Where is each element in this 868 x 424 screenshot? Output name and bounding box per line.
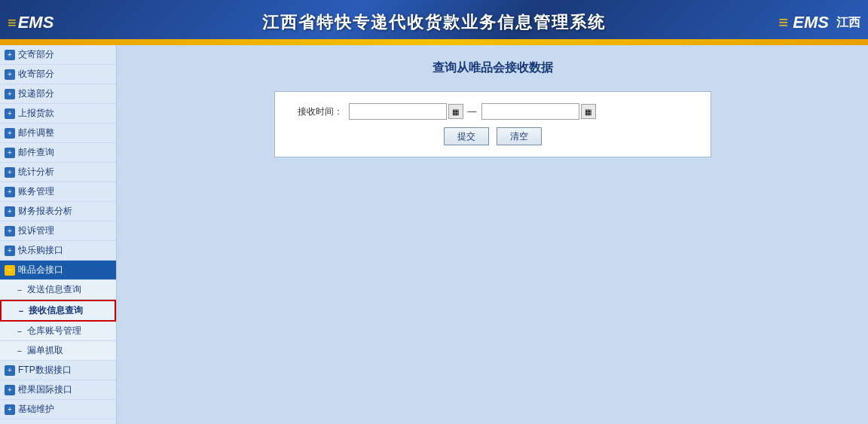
- bullet-jichu: +: [5, 404, 15, 415]
- bullet-toudi: +: [5, 89, 15, 99]
- bullet-youjiantiaoz: +: [5, 128, 15, 139]
- sidebar-item-jichu[interactable]: + 基础维护: [0, 400, 116, 419]
- sub-bullet-loudan: −: [15, 346, 24, 355]
- sidebar-label-youjianchaxun: 邮件查询: [18, 146, 54, 159]
- sidebar-item-caiwu[interactable]: + 财务报表分析: [0, 202, 116, 221]
- sidebar-item-tousu[interactable]: + 投诉管理: [0, 221, 116, 241]
- sidebar-label-jieshou: 接收信息查询: [29, 304, 83, 317]
- form-buttons: 提交 清空: [290, 127, 695, 145]
- sidebar-item-tuichu[interactable]: + 退出系统: [0, 419, 116, 424]
- sidebar-label-shougou: 收寄部分: [18, 68, 54, 81]
- end-time-input[interactable]: [481, 103, 579, 120]
- region-text: 江西: [836, 15, 860, 31]
- sidebar-item-pinguo[interactable]: + 橙果国际接口: [0, 380, 116, 400]
- sidebar-label-youjiantiaoz: 邮件调整: [18, 127, 54, 139]
- separator: —: [468, 106, 477, 117]
- sidebar-label-tousu: 投诉管理: [18, 224, 54, 237]
- sidebar-label-pinguo: 橙果国际接口: [18, 383, 72, 396]
- ems-logo-left: ≡ EMS: [8, 13, 53, 32]
- sidebar-item-youjianchaxun[interactable]: + 邮件查询: [0, 143, 116, 163]
- sidebar-item-jieshou[interactable]: − 接收信息查询: [0, 300, 116, 322]
- sidebar-item-shangbao[interactable]: + 上报货款: [0, 104, 116, 124]
- sidebar-label-tongji: 统计分析: [18, 166, 54, 178]
- bullet-kuaile: +: [5, 246, 15, 256]
- sidebar-item-loudan[interactable]: − 漏单抓取: [0, 341, 116, 361]
- main-layout: + 交寄部分 + 收寄部分 + 投递部分 + 上报货款 + 邮件调整 + 邮件查…: [0, 45, 868, 424]
- sidebar-label-weipin: 唯品会接口: [18, 264, 63, 276]
- header-title: 江西省特快专递代收货款业务信息管理系统: [262, 11, 606, 34]
- bullet-shangbao: +: [5, 108, 15, 119]
- ems-text-right: EMS: [793, 13, 829, 32]
- bullet-weipin: −: [5, 265, 15, 276]
- sidebar-label-fasong: 发送信息查询: [27, 283, 81, 296]
- bullet-shougou: +: [5, 69, 15, 80]
- sidebar-item-jiaoji[interactable]: + 交寄部分: [0, 45, 116, 65]
- sidebar-label-caiwu: 财务报表分析: [18, 205, 72, 218]
- ems-text-left: EMS: [18, 13, 54, 32]
- sidebar-item-youjiantiaoz[interactable]: + 邮件调整: [0, 124, 116, 143]
- sidebar-item-cangku[interactable]: − 仓库账号管理: [0, 322, 116, 341]
- bullet-tongji: +: [5, 167, 15, 178]
- sub-bullet-cangku: −: [15, 327, 24, 336]
- sidebar-label-loudan: 漏单抓取: [27, 344, 63, 357]
- sidebar-label-cangku: 仓库账号管理: [27, 325, 81, 337]
- form-container: 接收时间： ▦ — ▦ 提交 清空: [274, 91, 711, 157]
- time-row: 接收时间： ▦ — ▦: [290, 103, 695, 120]
- sub-bullet-fasong: −: [15, 285, 24, 294]
- sidebar-label-kuaile: 快乐购接口: [18, 244, 63, 257]
- bullet-tousu: +: [5, 226, 15, 236]
- start-date-icon[interactable]: ▦: [448, 104, 463, 119]
- sidebar-label-shangbao: 上报货款: [18, 107, 54, 120]
- header: ≡ EMS 江西省特快专递代收货款业务信息管理系统 ≡ EMS 江西: [0, 0, 868, 45]
- sidebar-label-jiaoji: 交寄部分: [18, 48, 54, 61]
- clear-button[interactable]: 清空: [497, 127, 542, 145]
- sidebar-item-weipin[interactable]: − 唯品会接口: [0, 261, 116, 280]
- start-time-input[interactable]: [349, 103, 447, 120]
- sidebar-item-tongji[interactable]: + 统计分析: [0, 163, 116, 182]
- bullet-ftp: +: [5, 365, 15, 376]
- bullet-zhangwu: +: [5, 187, 15, 197]
- ems-arrow-right: ≡: [778, 13, 788, 32]
- sub-bullet-jieshou: −: [17, 307, 26, 316]
- sidebar-item-shougou[interactable]: + 收寄部分: [0, 65, 116, 84]
- sidebar-item-ftp[interactable]: + FTP数据接口: [0, 361, 116, 380]
- submit-button[interactable]: 提交: [444, 127, 489, 145]
- time-label: 接收时间：: [290, 105, 343, 118]
- sidebar-label-toudi: 投递部分: [18, 87, 54, 100]
- sidebar-item-zhangwu[interactable]: + 账务管理: [0, 182, 116, 202]
- bullet-caiwu: +: [5, 206, 15, 217]
- ems-logo-right: ≡ EMS: [778, 13, 829, 32]
- sidebar-item-kuaile[interactable]: + 快乐购接口: [0, 241, 116, 261]
- sidebar-item-fasong[interactable]: − 发送信息查询: [0, 280, 116, 300]
- sidebar-item-toudi[interactable]: + 投递部分: [0, 84, 116, 104]
- ems-arrow-left: ≡: [8, 14, 17, 32]
- bullet-jiaoji: +: [5, 50, 15, 60]
- header-right: ≡ EMS 江西: [778, 13, 860, 32]
- bullet-pinguo: +: [5, 385, 15, 395]
- end-date-icon[interactable]: ▦: [581, 104, 596, 119]
- sidebar-label-jichu: 基础维护: [18, 403, 54, 416]
- bullet-youjianchaxun: +: [5, 148, 15, 158]
- sidebar-label-zhangwu: 账务管理: [18, 185, 54, 198]
- sidebar: + 交寄部分 + 收寄部分 + 投递部分 + 上报货款 + 邮件调整 + 邮件查…: [0, 45, 117, 424]
- content-area: 查询从唯品会接收数据 接收时间： ▦ — ▦ 提交 清空: [117, 45, 868, 424]
- content-title: 查询从唯品会接收数据: [432, 60, 553, 76]
- header-logo-left: ≡ EMS: [8, 13, 53, 32]
- sidebar-label-ftp: FTP数据接口: [18, 364, 72, 377]
